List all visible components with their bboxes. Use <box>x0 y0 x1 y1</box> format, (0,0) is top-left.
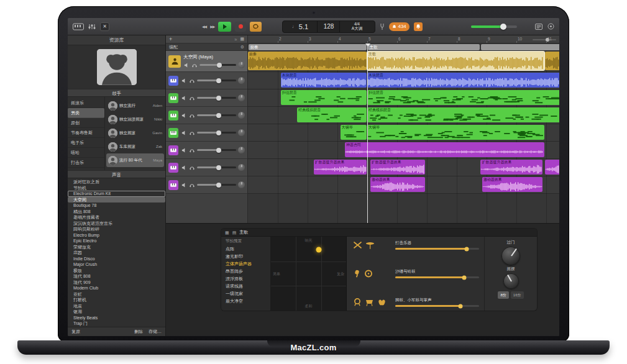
sound-item[interactable]: Indie Disco <box>68 256 165 262</box>
drum-icons[interactable] <box>353 298 391 306</box>
region[interactable]: 扩散器提升器效果 <box>314 160 367 175</box>
zoom-slider[interactable] <box>533 39 556 41</box>
track-volume-slider[interactable] <box>199 64 236 66</box>
mute-button[interactable] <box>181 78 187 84</box>
preset-item[interactable]: 立体声扬声器 <box>221 260 270 268</box>
track-volume-slider[interactable] <box>197 184 236 186</box>
genre-item[interactable]: 嘻哈 <box>68 148 104 158</box>
track-header-row[interactable]: 大空间 (Maya) <box>166 51 247 72</box>
sound-item[interactable]: 精品 808 <box>68 209 165 215</box>
volume-knob[interactable] <box>216 183 221 188</box>
sound-item[interactable]: 打桩机 <box>68 297 165 303</box>
drummer-item[interactable]: 独立油渍摇滚Nikki <box>106 112 164 126</box>
mute-button[interactable] <box>181 182 187 188</box>
track-header-row[interactable] <box>166 124 247 142</box>
fills-knob[interactable] <box>501 247 520 265</box>
grid-icon[interactable]: ▦ <box>240 37 244 42</box>
section-pill[interactable]: 主歌 <box>368 44 480 50</box>
arrangement-track-header[interactable]: 编配 ⚙ <box>166 43 247 51</box>
sound-item[interactable]: 深沉铁克诺浩室音乐 <box>68 221 165 227</box>
track-pan-knob[interactable] <box>238 181 245 188</box>
region[interactable]: 扩散器提升器效果 <box>370 160 425 175</box>
xy-pad[interactable]: 响亮 柔和 简单 复杂 <box>271 237 347 311</box>
region[interactable]: 激动器效果 <box>370 177 425 192</box>
master-volume-slider[interactable] <box>471 25 517 28</box>
preset-item[interactable]: 激光影印 <box>221 253 270 260</box>
drummer-item[interactable]: 独立摇滚Gavin <box>106 126 164 140</box>
track-header-row[interactable] <box>166 107 247 124</box>
revert-button[interactable]: 复原 <box>71 329 80 335</box>
sound-item[interactable]: 回响贝斯粉碎 <box>68 226 165 232</box>
genre-item[interactable]: 原创 <box>68 118 104 128</box>
preset-item[interactable]: 请求线路 <box>221 283 270 290</box>
mute-button[interactable] <box>181 95 187 101</box>
drummer-photo[interactable] <box>97 49 137 85</box>
drummer-item[interactable]: 流行 80 年代Maya <box>106 153 164 167</box>
region[interactable]: 大钢琴 <box>367 125 544 140</box>
volume-knob[interactable] <box>217 63 222 68</box>
cymbal-icon[interactable] <box>365 241 375 249</box>
sound-item[interactable]: Electro Bump <box>68 232 165 239</box>
region[interactable]: 经典模拟琶音 <box>297 107 367 122</box>
mute-button[interactable] <box>183 62 190 68</box>
solo-button[interactable] <box>189 112 195 119</box>
display-mode-icon[interactable] <box>535 23 542 30</box>
solo-button[interactable] <box>189 165 195 171</box>
rewind-button[interactable]: ◀◀ <box>202 24 206 29</box>
sticks-icon[interactable] <box>353 241 362 249</box>
lcd-display[interactable]: ♩ 5.1 128 4/4 A大调 <box>282 20 375 33</box>
solo-button[interactable] <box>189 130 195 136</box>
region[interactable]: 扫弦琶音 <box>367 90 559 105</box>
track-volume-slider[interactable] <box>197 166 236 168</box>
mute-button[interactable] <box>181 147 187 153</box>
sound-item[interactable]: 银湖 <box>68 309 165 315</box>
solo-button[interactable] <box>189 182 195 188</box>
cycle-button[interactable] <box>250 22 262 32</box>
count-badge[interactable]: 434 <box>389 22 409 31</box>
tuning-fork-icon[interactable] <box>380 23 385 30</box>
drummer-item[interactable]: 独立流行Aiden <box>106 99 164 112</box>
musical-typing-icon[interactable] <box>73 23 84 30</box>
drum-slider-knob[interactable] <box>464 247 469 251</box>
swing-16th-button[interactable]: 16分 <box>511 291 524 299</box>
region[interactable]: 经典模拟琶音 <box>367 107 559 122</box>
track-header-row[interactable] <box>166 89 247 107</box>
xy-pad-handle[interactable] <box>316 247 322 253</box>
automation-icon[interactable]: ≈ <box>235 37 237 42</box>
track-header-row[interactable] <box>166 176 247 194</box>
time-ruler[interactable]: 234567891011 <box>248 35 559 43</box>
add-track-icon[interactable]: + <box>169 36 172 42</box>
notification-badge[interactable] <box>414 22 423 31</box>
playhead[interactable] <box>367 43 368 223</box>
editor-list-icon[interactable]: ▤ <box>232 230 237 235</box>
preset-item[interactable]: 最大净空 <box>221 298 270 305</box>
sound-item[interactable]: 荣耀放克 <box>68 244 165 250</box>
region[interactable]: 前奏 <box>248 52 367 70</box>
sound-item[interactable]: 极致 <box>68 268 165 274</box>
track-volume-slider[interactable] <box>197 97 236 99</box>
delete-button[interactable]: 删除 <box>134 329 143 335</box>
preset-item[interactable]: 漂浮滑板 <box>221 275 270 283</box>
sound-item[interactable]: 老唱片搜藏者 <box>68 214 165 221</box>
sound-item[interactable]: 派对狂欢之后 <box>68 179 165 185</box>
track-volume-slider[interactable] <box>197 114 236 116</box>
preset-item[interactable]: 一级玩家 <box>221 290 270 298</box>
genre-item[interactable]: 节奏布鲁斯 <box>68 128 104 138</box>
swing-knob[interactable] <box>503 273 519 289</box>
mute-button[interactable] <box>181 130 187 136</box>
media-browser-icon[interactable] <box>547 23 554 30</box>
sound-item[interactable]: 霓虹 <box>68 291 165 298</box>
volume-knob[interactable] <box>216 130 221 135</box>
track-pan-knob[interactable] <box>238 77 245 84</box>
volume-knob[interactable] <box>216 113 221 118</box>
sound-item[interactable]: Electronic Drum Kit <box>68 191 165 197</box>
track-pan-knob[interactable] <box>238 112 245 119</box>
track-volume-slider[interactable] <box>197 132 236 134</box>
solo-button[interactable] <box>189 95 195 101</box>
track-header-row[interactable] <box>166 159 247 176</box>
region[interactable]: 主歌 <box>367 52 544 70</box>
drummer-item[interactable]: 车库摇滚Zak <box>106 140 164 153</box>
volume-knob[interactable] <box>216 96 221 101</box>
genre-item[interactable]: 另类 <box>68 108 104 118</box>
shaker-icon[interactable] <box>353 270 361 278</box>
